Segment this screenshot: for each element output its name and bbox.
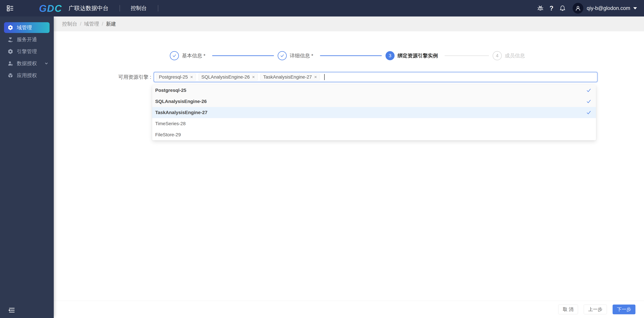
next-step-button[interactable]: 下一步 [612, 304, 636, 314]
avatar[interactable] [572, 3, 583, 14]
step-2-check-icon [278, 51, 287, 60]
check-icon [586, 110, 591, 115]
sidebar-item-app-authorization[interactable]: 应用授权 [0, 70, 54, 81]
breadcrumb-separator: / [80, 21, 81, 27]
navbar-divider [158, 5, 158, 12]
wizard-stepper: 基本信息 * 详细信息 * 3 绑定资源引擎实例 4 成员信息 [54, 51, 644, 60]
user-gear-icon [8, 61, 13, 66]
hexagon-nut-icon [8, 49, 13, 54]
navbar-left: GDC 广联达数据中台 控制台 [0, 3, 158, 14]
wizard-footer: 取 消 上一步 下一步 [54, 301, 644, 318]
tag-remove-icon[interactable]: × [314, 75, 317, 79]
bug-icon[interactable] [537, 5, 544, 12]
nav-item-console[interactable]: 控制台 [131, 5, 147, 12]
sidebar-item-data-authorization[interactable]: 数据授权 [0, 58, 54, 69]
menu-fold-icon[interactable] [8, 306, 15, 314]
step-3-label: 绑定资源引擎实例 [398, 52, 438, 59]
engine-options-dropdown: Postgresql-25 SQLAnalysisEngine-26 TaskA… [152, 85, 596, 140]
option-label: Postgresql-25 [155, 88, 586, 93]
step-4-number: 4 [493, 51, 502, 60]
breadcrumb: 控制台 / 域管理 / 新建 [54, 17, 644, 31]
option-taskanalysisengine-27[interactable]: TaskAnalysisEngine-27 [152, 107, 596, 118]
engine-multiselect-input[interactable]: Postgresql-25 × SQLAnalysisEngine-26 × T… [154, 72, 598, 82]
tag-postgresql-25[interactable]: Postgresql-25 × [156, 73, 196, 81]
hexagon-nut-icon [8, 25, 13, 30]
option-label: TimeSeries-28 [155, 121, 591, 126]
breadcrumb-separator: / [102, 21, 103, 27]
user-email[interactable]: qiy-b@glodon.com [587, 5, 630, 11]
notification-bell-icon[interactable] [559, 5, 566, 12]
tag-label: Postgresql-25 [159, 74, 188, 80]
option-sqlanalysisengine-26[interactable]: SQLAnalysisEngine-26 [152, 96, 596, 107]
main-content: 基本信息 * 详细信息 * 3 绑定资源引擎实例 4 成员信息 可用资源引擎 :… [54, 31, 644, 301]
form-row-available-engines: 可用资源引擎 : Postgresql-25 × SQLAnalysisEngi… [54, 72, 644, 82]
sidebar-item-label: 服务开通 [17, 36, 37, 43]
option-timeseries-28[interactable]: TimeSeries-28 [152, 118, 596, 129]
sidebar-item-engine-management[interactable]: 引擎管理 [0, 46, 54, 57]
option-label: SQLAnalysisEngine-26 [155, 99, 586, 104]
app-root: GDC 广联达数据中台 控制台 ? [0, 0, 644, 318]
step-connector [212, 55, 274, 56]
tag-sqlanalysisengine-26[interactable]: SQLAnalysisEngine-26 × [198, 73, 258, 81]
navbar-right: ? qiy-b@glodon.com [533, 3, 637, 14]
check-icon [586, 99, 591, 104]
cancel-button[interactable]: 取 消 [558, 304, 578, 314]
sidebar-item-label: 域管理 [17, 24, 32, 31]
app-list-icon[interactable] [6, 5, 14, 12]
brand-logo: GDC [39, 3, 62, 14]
step-1-label: 基本信息 * [182, 52, 206, 59]
chevron-down-icon [44, 61, 49, 66]
help-icon[interactable]: ? [548, 5, 555, 12]
field-label: 可用资源引擎 : [118, 72, 151, 82]
breadcrumb-item-new: 新建 [106, 21, 116, 28]
sidebar-menu: 域管理 服务开通 引擎管理 [0, 22, 54, 81]
tag-remove-icon[interactable]: × [190, 75, 193, 79]
step-connector [444, 55, 489, 56]
step-3-number: 3 [386, 51, 394, 60]
option-filestore-29[interactable]: FileStore-29 [152, 129, 596, 140]
step-connector [320, 55, 382, 56]
step-2-label: 详细信息 * [290, 52, 313, 59]
hand-heart-icon [8, 37, 13, 42]
option-label: FileStore-29 [155, 132, 591, 137]
sidebar: 域管理 服务开通 引擎管理 [0, 17, 54, 318]
tag-taskanalysisengine-27[interactable]: TaskAnalysisEngine-27 × [260, 73, 320, 81]
tag-label: SQLAnalysisEngine-26 [202, 74, 250, 80]
top-navbar: GDC 广联达数据中台 控制台 ? [0, 0, 644, 17]
chevron-down-icon[interactable] [633, 7, 637, 10]
tag-remove-icon[interactable]: × [252, 75, 255, 79]
sidebar-item-label: 数据授权 [17, 60, 37, 67]
sidebar-item-domain-management[interactable]: 域管理 [4, 22, 50, 33]
check-icon [586, 88, 591, 93]
cube-icon [8, 73, 13, 78]
sidebar-item-label: 引擎管理 [17, 48, 37, 55]
step-1-check-icon [170, 51, 179, 60]
option-postgresql-25[interactable]: Postgresql-25 [152, 85, 596, 96]
sidebar-item-label: 应用授权 [17, 72, 37, 79]
text-cursor [324, 74, 325, 80]
breadcrumb-item-console[interactable]: 控制台 [62, 21, 77, 28]
option-label: TaskAnalysisEngine-27 [155, 110, 586, 115]
product-title: 广联达数据中台 [68, 4, 108, 12]
breadcrumb-item-domain-management[interactable]: 域管理 [84, 21, 99, 28]
previous-step-button[interactable]: 上一步 [584, 304, 607, 314]
navbar-divider [120, 5, 120, 12]
tag-label: TaskAnalysisEngine-27 [263, 74, 312, 80]
sidebar-item-service-activation[interactable]: 服务开通 [0, 34, 54, 45]
step-4-label: 成员信息 [505, 52, 525, 59]
